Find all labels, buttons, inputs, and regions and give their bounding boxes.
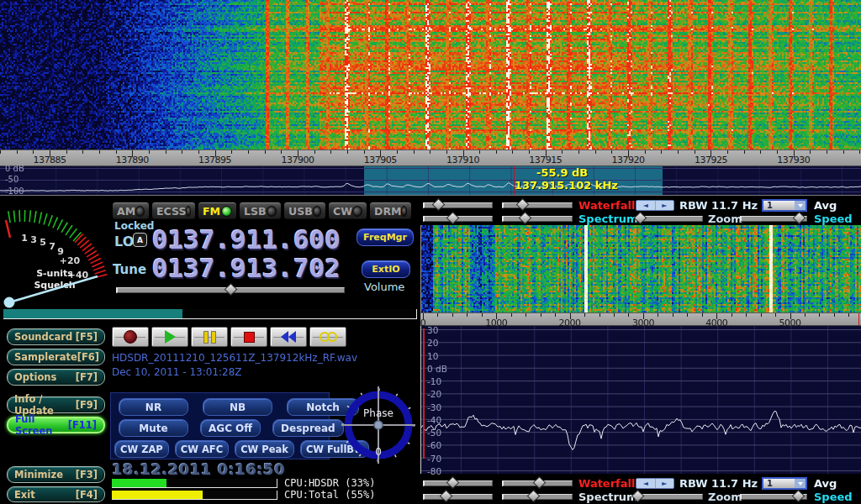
- rbw-left-arrow-icon[interactable]: ◄: [637, 479, 656, 488]
- bottom-rbw-scrollbar[interactable]: ◄►: [636, 478, 674, 489]
- info-update-button[interactable]: Info / Update[F9]: [7, 396, 105, 413]
- agc-button[interactable]: AGC Off: [200, 419, 261, 437]
- main-waterfall-display[interactable]: [0, 0, 861, 150]
- bottom-zoom-slider[interactable]: [636, 491, 703, 501]
- mode-button-ecss[interactable]: ECSS: [151, 202, 196, 220]
- mode-led: [221, 206, 232, 217]
- spectrum-label: Spectrum: [578, 213, 638, 225]
- ruler-tick: [496, 150, 497, 154]
- mute-button[interactable]: Mute: [119, 419, 188, 437]
- despread-button[interactable]: Despread: [272, 419, 344, 437]
- audio-spectrum-display[interactable]: 3020100 dB-10-20-30-40-50-60-70-80: [420, 326, 861, 474]
- extio-button[interactable]: ExtIO: [362, 260, 410, 278]
- ruler-tick: [661, 150, 662, 154]
- phase-label: Phase: [363, 407, 394, 419]
- exit-button[interactable]: Exit[F4]: [7, 486, 105, 502]
- bottom-spectrum-offset-slider[interactable]: [502, 491, 573, 501]
- mode-button-usb[interactable]: USB: [283, 202, 326, 220]
- peak-needle: [6, 220, 10, 238]
- ruler-tick: [397, 150, 398, 154]
- play-button[interactable]: [151, 327, 188, 347]
- loop-icon: [320, 332, 337, 342]
- record-icon: [124, 330, 137, 344]
- top-waterfall-brightness-slider[interactable]: [423, 199, 493, 210]
- ruler-tick: [819, 313, 820, 317]
- rbw-left-arrow-icon[interactable]: ◄: [637, 201, 656, 210]
- nr-button[interactable]: NR: [119, 398, 188, 416]
- top-display-controls: Waterfall ◄► RBW 11.7 Hz 1 Avg Spectrum …: [420, 199, 861, 225]
- soundcard-button[interactable]: Soundcard[F5]: [7, 328, 105, 345]
- top-spectrum-range-slider[interactable]: [423, 213, 493, 223]
- spectrum-label: Spectrum: [578, 491, 638, 503]
- zoom-label: Zoom: [708, 491, 742, 503]
- options-button[interactable]: Options[F7]: [7, 369, 105, 386]
- bottom-waterfall-brightness-slider[interactable]: [423, 477, 493, 488]
- ruler-tick: [0, 150, 1, 154]
- dropdown-arrow-icon[interactable]: [795, 201, 806, 210]
- rbw-right-arrow-icon[interactable]: ►: [656, 479, 674, 488]
- loop-button[interactable]: [309, 327, 346, 347]
- ruler-tick: [678, 150, 679, 154]
- lo-locked-label: Locked: [114, 220, 154, 232]
- rewind-button[interactable]: [270, 327, 307, 347]
- audio-waterfall-display[interactable]: [420, 225, 861, 312]
- top-avg-select[interactable]: 1: [762, 199, 807, 212]
- top-spectrum-offset-slider[interactable]: [502, 213, 573, 223]
- mode-button-drm[interactable]: DRM: [369, 202, 412, 220]
- ruler-tick: [430, 150, 430, 154]
- main-spectrum-display[interactable]: 0 dB-50-100 -55.9 dB 137.915.102 kHz: [0, 166, 861, 196]
- dropdown-arrow-icon[interactable]: [795, 479, 806, 488]
- waterfall-label: Waterfall: [578, 477, 635, 490]
- bottom-display-controls: Waterfall ◄► RBW 11.7 Hz 1 Avg Spectrum …: [420, 477, 861, 503]
- ruler-tick: [628, 313, 629, 317]
- ruler-tick: [760, 150, 761, 154]
- button-label: Samplerate: [14, 351, 77, 363]
- full-screen-button[interactable]: Full Screen[F11]: [7, 417, 105, 433]
- tune-frequency-display[interactable]: 0137.913.702: [152, 255, 341, 281]
- lo-auto-button[interactable]: A: [133, 233, 147, 247]
- record-button[interactable]: [112, 327, 149, 347]
- date-time-display: 18.12.2011 0:16:50: [112, 460, 285, 478]
- ruler-tick: [746, 313, 747, 317]
- cw-peak-button[interactable]: CW Peak: [235, 440, 294, 458]
- ruler-tick: [414, 150, 415, 154]
- bottom-waterfall-contrast-slider[interactable]: [502, 477, 573, 488]
- playback-progress-bar[interactable]: [3, 309, 417, 319]
- cw-zap-button[interactable]: CW ZAP: [114, 440, 169, 458]
- mode-button-fm[interactable]: FM: [198, 202, 237, 220]
- cursor-frequency-readout: 137.915.102 kHz: [515, 179, 618, 192]
- main-frequency-ruler[interactable]: 1378851378901378951379001379051379101379…: [0, 150, 861, 166]
- freqmgr-button[interactable]: FreqMgr: [357, 228, 414, 246]
- db-scale-label: 0 dB: [427, 364, 447, 374]
- top-rbw-scrollbar[interactable]: ◄►: [636, 200, 674, 211]
- lo-frequency-display[interactable]: 0137.911.600: [152, 227, 341, 253]
- top-zoom-slider[interactable]: [636, 213, 703, 223]
- pause-button[interactable]: [191, 327, 228, 347]
- bottom-spectrum-range-slider[interactable]: [423, 491, 493, 501]
- rbw-right-arrow-icon[interactable]: ►: [656, 201, 674, 210]
- mode-button-cw[interactable]: CW: [328, 202, 367, 220]
- minimize-button[interactable]: Minimize[F3]: [7, 466, 105, 483]
- nb-button[interactable]: NB: [203, 398, 272, 416]
- top-speed-slider[interactable]: [740, 213, 807, 223]
- mode-button-am[interactable]: AM: [112, 202, 150, 220]
- mode-button-lsb[interactable]: LSB: [239, 202, 282, 220]
- ruler-tick: [859, 150, 860, 154]
- button-key: [F11]: [68, 419, 97, 431]
- samplerate-button[interactable]: Samplerate[F6]: [7, 349, 105, 365]
- stop-button[interactable]: [230, 327, 267, 347]
- audio-frequency-ruler[interactable]: 010002000300040005000: [420, 312, 861, 326]
- bottom-avg-select[interactable]: 1: [762, 477, 807, 490]
- ruler-label: 137890: [116, 155, 149, 165]
- ruler-tick: [198, 150, 199, 154]
- bottom-speed-slider[interactable]: [740, 491, 807, 501]
- mode-led: [401, 206, 407, 217]
- ruler-tick: [614, 313, 615, 317]
- ruler-tick: [446, 150, 447, 154]
- volume-slider[interactable]: [116, 284, 345, 295]
- ruler-tick: [761, 313, 762, 317]
- db-scale-label: 20: [427, 338, 438, 348]
- ruler-tick: [116, 150, 117, 154]
- top-waterfall-contrast-slider[interactable]: [502, 199, 573, 210]
- cw-afc-button[interactable]: CW AFC: [175, 440, 229, 458]
